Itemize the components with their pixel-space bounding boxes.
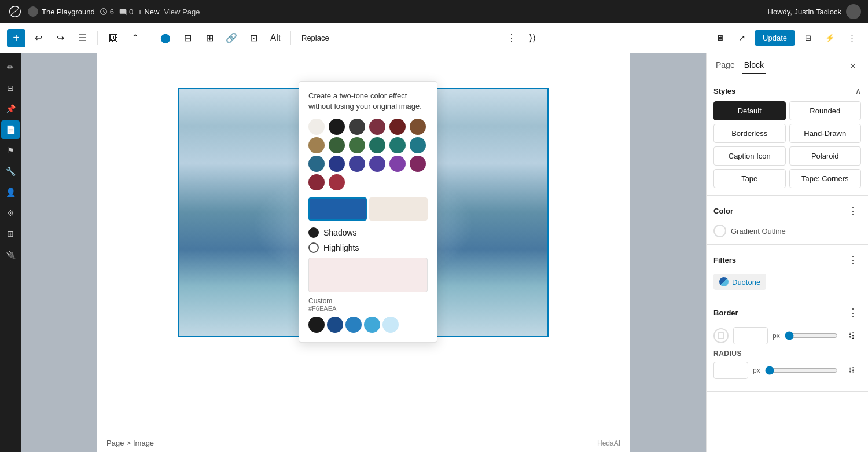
styles-toggle-button[interactable]: ∧ [855, 86, 861, 95]
align-button[interactable]: ⊟ [178, 29, 197, 47]
swatch-violet[interactable] [389, 156, 406, 172]
style-polaroid-button[interactable]: Polaroid [789, 146, 862, 166]
duotone-button[interactable]: ⬤ [156, 29, 175, 47]
bottom-swatch-blue[interactable] [345, 317, 362, 333]
swatch-maroon[interactable] [389, 119, 406, 135]
style-caption-icon-button[interactable]: Caption Icon [713, 146, 786, 166]
swatch-dark-red[interactable] [369, 119, 385, 135]
swatch-teal[interactable] [369, 137, 385, 153]
custom-color-preview[interactable] [308, 258, 428, 292]
bottom-swatch-black[interactable] [308, 317, 325, 333]
swatch-tan[interactable] [308, 137, 325, 153]
border-width-slider[interactable] [785, 331, 838, 340]
gradient-outline-swatch[interactable] [713, 225, 726, 237]
breadcrumb-separator: > [126, 439, 131, 447]
sidebar-toggle-button[interactable]: ⟩⟩ [523, 29, 542, 47]
style-tape-corners-button[interactable]: Tape: Corners [789, 169, 862, 188]
user-avatar[interactable] [846, 4, 861, 19]
toolbar-more: ⋮ ⟩⟩ [502, 29, 542, 47]
style-default-button[interactable]: Default [713, 101, 786, 120]
redo-button[interactable]: ↪ [51, 29, 69, 47]
filters-more-button[interactable]: ⋮ [845, 252, 861, 268]
undo-button[interactable]: ↩ [29, 29, 47, 47]
move-up-button[interactable]: ⌃ [126, 29, 144, 47]
full-width-button[interactable]: ⊞ [200, 29, 219, 47]
crop-button[interactable]: ⊡ [244, 29, 263, 47]
swatch-ruby[interactable] [329, 174, 345, 190]
breadcrumb-page[interactable]: Page [106, 439, 124, 447]
site-name[interactable]: The Playground [28, 6, 95, 17]
bottom-swatch-light-blue[interactable] [364, 317, 380, 333]
duotone-filter-chip[interactable]: Duotone [713, 274, 766, 290]
user-greeting: Howdy, Justin Tadlock [768, 8, 841, 16]
styles-section-header: Styles ∧ [713, 86, 861, 95]
highlights-toggle[interactable] [308, 242, 319, 253]
swatch-dark-blue[interactable] [329, 156, 345, 172]
color-more-button[interactable]: ⋮ [845, 203, 861, 219]
overflow-button[interactable]: ⋮ [843, 29, 861, 47]
bottom-swatch-pale-blue[interactable] [382, 317, 399, 333]
style-hand-drawn-button[interactable]: Hand-Drawn [789, 124, 862, 143]
border-width-input[interactable] [733, 327, 768, 344]
radius-input[interactable] [713, 362, 748, 379]
comments-count[interactable]: 0 [119, 8, 133, 16]
border-link-button[interactable]: ⛓ [843, 326, 861, 345]
sidebar-icon-blocks[interactable]: ⊞ [1, 225, 20, 243]
new-button[interactable]: + New [138, 8, 159, 16]
swatch-green[interactable] [349, 137, 365, 153]
wordpress-logo[interactable] [7, 3, 23, 20]
duotone-highlight-color[interactable] [369, 197, 428, 221]
link-button[interactable]: 🔗 [222, 29, 241, 47]
swatch-dark-green[interactable] [329, 137, 345, 153]
desktop-view-button[interactable]: 🖥 [711, 29, 729, 47]
swatch-brown[interactable] [410, 119, 426, 135]
page-tab[interactable]: Page [713, 58, 737, 74]
sidebar-icon-plugins[interactable]: 🔌 [1, 245, 20, 264]
revisions-count[interactable]: 6 [100, 8, 114, 16]
border-more-button[interactable]: ⋮ [845, 304, 861, 321]
block-tab[interactable]: Block [742, 58, 766, 74]
breadcrumb-current: Image [133, 439, 154, 447]
sidebar-icon-wrench[interactable]: 🔧 [1, 162, 20, 181]
radius-link-button[interactable]: ⛓ [843, 361, 861, 380]
list-view-button[interactable]: ☰ [73, 29, 91, 47]
shadows-toggle[interactable] [308, 227, 319, 238]
view-page-button[interactable]: View Page [164, 8, 200, 16]
sidebar-icon-page[interactable]: 📄 [1, 120, 20, 139]
swatch-indigo[interactable] [349, 156, 365, 172]
swatch-ocean[interactable] [410, 137, 426, 153]
separator3 [290, 31, 291, 45]
swatch-black[interactable] [329, 119, 345, 135]
sidebar-icon-flag[interactable]: ⚑ [1, 141, 20, 160]
sidebar-icon-user[interactable]: 👤 [1, 183, 20, 201]
more-options-button[interactable]: ⋮ [502, 29, 521, 47]
swatch-crimson[interactable] [308, 174, 325, 190]
panel-close-button[interactable]: × [845, 58, 861, 74]
swatch-white[interactable] [308, 119, 325, 135]
swatch-purple[interactable] [369, 156, 385, 172]
alt-button[interactable]: Alt [266, 29, 285, 47]
swatch-steel-blue[interactable] [308, 156, 325, 172]
sidebar-icon-pencil[interactable]: ✏ [1, 58, 20, 76]
update-button[interactable]: Update [755, 30, 795, 46]
style-rounded-button[interactable]: Rounded [789, 101, 862, 120]
bottom-swatch-navy[interactable] [327, 317, 343, 333]
style-borderless-button[interactable]: Borderless [713, 124, 786, 143]
settings-view-button[interactable]: ⊟ [799, 29, 817, 47]
media-button[interactable]: 🖼 [104, 29, 122, 47]
duotone-shadow-color[interactable] [308, 197, 367, 221]
sidebar-icon-pin[interactable]: 📌 [1, 100, 20, 118]
border-color-swatch[interactable] [713, 328, 729, 343]
radius-slider[interactable] [765, 366, 838, 375]
swatch-dark-gray[interactable] [349, 119, 365, 135]
sidebar-icon-template[interactable]: ⊟ [1, 79, 20, 97]
duotone-selected-pair [308, 197, 428, 221]
add-block-button[interactable]: + [7, 29, 25, 47]
swatch-dark-teal[interactable] [389, 137, 406, 153]
replace-button[interactable]: Replace [297, 31, 334, 45]
style-tape-button[interactable]: Tape [713, 169, 786, 188]
lightning-button[interactable]: ⚡ [821, 29, 839, 47]
sidebar-icon-settings[interactable]: ⚙ [1, 204, 20, 222]
swatch-magenta[interactable] [410, 156, 426, 172]
external-link-button[interactable]: ↗ [733, 29, 751, 47]
